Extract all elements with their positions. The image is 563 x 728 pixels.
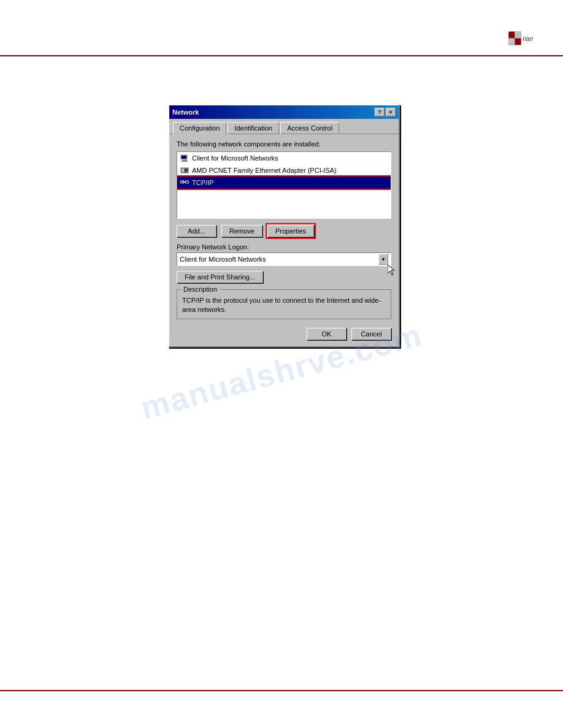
svg-rect-2 (515, 32, 521, 39)
svg-rect-1 (508, 32, 515, 39)
logo-area: rian (508, 28, 538, 49)
svg-rect-3 (508, 39, 515, 45)
network-dialog: Network ? × Configuration Identification… (168, 104, 400, 347)
tcpip-icon (180, 178, 190, 188)
top-border (0, 55, 563, 56)
tab-configuration[interactable]: Configuration (173, 122, 226, 134)
svg-text:rian: rian (523, 36, 533, 42)
list-item-client[interactable]: Client for Microsoft Networks (177, 152, 391, 164)
title-bar-buttons: ? × (375, 108, 396, 116)
logon-section: Primary Network Logon: Client for Micros… (177, 243, 391, 266)
amd-icon (180, 165, 190, 175)
close-button[interactable]: × (386, 108, 396, 116)
svg-rect-8 (182, 160, 187, 161)
bottom-buttons: OK Cancel (177, 325, 391, 340)
action-buttons: Add... Remove Properties (177, 225, 391, 237)
sharing-button-row: File and Print Sharing... (177, 271, 391, 283)
properties-button[interactable]: Properties (267, 225, 314, 237)
tcpip-label: TCP/IP (192, 179, 213, 186)
logon-label: Primary Network Logon: (177, 243, 391, 251)
cancel-button[interactable]: Cancel (351, 328, 391, 340)
dropdown-arrow-icon[interactable]: ▼ (378, 254, 388, 265)
dialog-title-bar: Network ? × (169, 105, 399, 119)
file-print-sharing-button[interactable]: File and Print Sharing... (177, 271, 263, 283)
list-item-tcpip[interactable]: TCP/IP (177, 176, 391, 189)
svg-rect-9 (181, 161, 188, 162)
svg-rect-18 (186, 181, 188, 183)
svg-rect-7 (182, 156, 186, 159)
help-button[interactable]: ? (375, 108, 385, 116)
dialog-title: Network (172, 108, 199, 116)
itian-logo: rian (508, 28, 538, 49)
components-label: The following network components are ins… (177, 140, 391, 148)
logon-value: Client for Microsoft Networks (180, 256, 266, 263)
svg-rect-14 (185, 172, 186, 172)
add-button[interactable]: Add... (177, 225, 216, 237)
client-label: Client for Microsoft Networks (192, 154, 278, 162)
svg-rect-12 (185, 169, 188, 170)
bottom-border (0, 690, 563, 691)
tab-identification[interactable]: Identification (228, 122, 279, 134)
dialog-content: The following network components are ins… (169, 134, 399, 346)
components-list[interactable]: Client for Microsoft Networks AMD PCNET … (177, 151, 391, 219)
description-legend: Description (181, 286, 220, 293)
client-icon (180, 153, 190, 163)
svg-rect-11 (182, 169, 184, 172)
ok-button[interactable]: OK (307, 328, 347, 340)
remove-button[interactable]: Remove (221, 225, 262, 237)
description-group: Description TCP/IP is the protocol you u… (177, 289, 391, 319)
tab-access-control[interactable]: Access Control (280, 122, 339, 134)
svg-rect-13 (185, 170, 188, 171)
logon-dropdown[interactable]: Client for Microsoft Networks ▼ (177, 252, 391, 266)
svg-rect-4 (515, 39, 521, 45)
amd-label: AMD PCNET Family Ethernet Adapter (PCI-I… (192, 167, 337, 174)
description-text: TCP/IP is the protocol you use to connec… (182, 296, 386, 315)
tab-bar: Configuration Identification Access Cont… (169, 119, 399, 134)
list-item-amd[interactable]: AMD PCNET Family Ethernet Adapter (PCI-I… (177, 164, 391, 176)
